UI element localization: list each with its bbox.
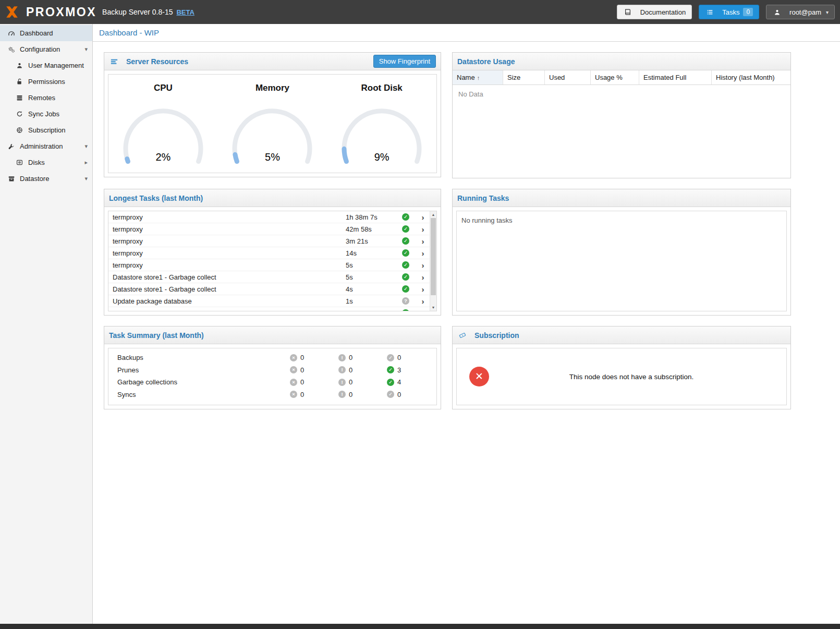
ok-circle-icon: ✓ — [387, 391, 394, 398]
chevron-right-icon[interactable]: › — [416, 297, 430, 306]
summary-ok: ✓4 — [387, 378, 435, 386]
sidebar-item-dashboard[interactable]: Dashboard — [0, 25, 92, 41]
documentation-button[interactable]: Documentation — [617, 5, 692, 19]
column-header-usage[interactable]: Usage % — [591, 70, 639, 84]
product-name: Backup Server 0.8-15 — [102, 8, 173, 16]
task-row[interactable]: Datastore store1 - Garbage collect5s✓› — [108, 271, 430, 283]
sidebar-item-datastore[interactable]: Datastore ▾ — [0, 171, 92, 187]
column-header-used[interactable]: Used — [545, 70, 591, 84]
wrench-icon — [6, 143, 16, 150]
datastore-usage-columns: Name ↑ Size Used Usage % Estimated Full … — [453, 70, 790, 85]
scrollbar-thumb[interactable] — [431, 218, 436, 295]
task-summary-row[interactable]: Backups×0!0✓0 — [108, 352, 436, 364]
task-duration: 1s — [346, 309, 395, 312]
sidebar-item-administration[interactable]: Administration ▾ — [0, 138, 92, 154]
task-row[interactable]: Datastore store1 - Garbage collect4s✓› — [108, 283, 430, 295]
summary-warnings: !0 — [338, 366, 387, 374]
expander-caret-icon[interactable]: ▸ — [84, 159, 88, 166]
expander-caret-icon[interactable]: ▾ — [84, 46, 88, 53]
task-summary-row[interactable]: Syncs×0!0✓0 — [108, 389, 436, 401]
task-row[interactable]: Update package database1s?› — [108, 295, 430, 307]
error-circle-icon: × — [290, 354, 297, 361]
chevron-right-icon[interactable]: › — [416, 273, 430, 282]
warning-circle-icon: ! — [338, 379, 346, 386]
task-row[interactable]: termproxy3m 21s✓› — [108, 235, 430, 247]
expander-caret-icon[interactable]: ▾ — [84, 175, 88, 182]
chevron-right-icon[interactable]: › — [416, 237, 430, 246]
sidebar-item-remotes[interactable]: Remotes — [0, 90, 92, 106]
sidebar-item-subscription[interactable]: Subscription — [0, 122, 92, 138]
task-row[interactable]: termproxy42m 58s✓› — [108, 223, 430, 235]
summary-label: Backups — [108, 354, 290, 361]
task-list-icon — [705, 9, 715, 16]
chevron-right-icon[interactable]: › — [416, 249, 430, 258]
memory-gauge-value: 5% — [225, 151, 319, 163]
summary-label: Prunes — [108, 366, 290, 374]
task-status-icon: ✓ — [395, 273, 416, 281]
scrollbar[interactable]: ▲ ▼ — [430, 211, 436, 311]
sidebar-item-label: Remotes — [28, 94, 55, 102]
column-header-estimated-full[interactable]: Estimated Full — [639, 70, 712, 84]
running-tasks-title: Running Tasks — [457, 194, 509, 202]
longest-tasks-title: Longest Tasks (last Month) — [109, 194, 203, 202]
user-name: root@pam — [789, 8, 821, 16]
column-header-history[interactable]: History (last Month) — [712, 70, 790, 84]
task-name: Datastore store1 - Garbage collect — [108, 273, 346, 281]
summary-errors: ×0 — [290, 391, 338, 398]
beta-link[interactable]: BETA — [176, 8, 194, 16]
datastore-usage-panel: Datastore Usage Name ↑ Size Used Usage %… — [452, 52, 791, 178]
sidebar-item-label: Permissions — [28, 78, 65, 86]
task-status-icon: ✓ — [395, 213, 416, 221]
task-row[interactable]: termproxy1h 38m 7s✓› — [108, 211, 430, 223]
proxmox-logo[interactable]: PROXMOX — [5, 5, 96, 19]
chevron-right-icon[interactable]: › — [416, 225, 430, 234]
summary-warnings: !0 — [338, 391, 387, 398]
user-menu-button[interactable]: root@pam ▾ — [766, 5, 835, 19]
root-disk-gauge-value: 9% — [335, 151, 429, 163]
running-tasks-empty: No running tasks — [457, 211, 786, 229]
chevron-right-icon[interactable]: › — [416, 261, 430, 270]
subscription-message: This node does not have a subscription. — [489, 373, 774, 381]
root-disk-gauge: Root Disk 9% — [331, 83, 433, 165]
sidebar: Dashboard Configuration ▾ User Managemen… — [0, 24, 93, 624]
summary-label: Syncs — [108, 391, 290, 398]
sidebar-item-sync-jobs[interactable]: Sync Jobs — [0, 106, 92, 122]
datastore-usage-header: Datastore Usage — [453, 53, 790, 70]
ok-circle-icon: ✓ — [387, 354, 394, 361]
warning-circle-icon: ! — [338, 354, 346, 361]
scroll-down-icon[interactable]: ▼ — [430, 304, 436, 311]
sidebar-item-label: Disks — [28, 159, 45, 166]
no-subscription-icon: ✕ — [469, 367, 489, 386]
task-name: termproxy — [108, 237, 346, 245]
chevron-right-icon[interactable]: › — [416, 213, 430, 222]
task-name: termproxy — [108, 261, 346, 269]
task-name: termproxy — [108, 225, 346, 233]
task-duration: 42m 58s — [346, 225, 395, 233]
tasks-button[interactable]: Tasks 0 — [699, 5, 759, 19]
column-header-name[interactable]: Name ↑ — [453, 70, 503, 84]
chevron-right-icon[interactable]: › — [416, 285, 430, 294]
expander-caret-icon[interactable]: ▾ — [84, 143, 88, 150]
error-circle-icon: × — [290, 391, 297, 398]
task-row[interactable]: termproxy5s✓› — [108, 259, 430, 271]
task-row[interactable]: termproxy14s✓› — [108, 247, 430, 259]
book-icon — [623, 8, 633, 16]
chevron-right-icon[interactable]: › — [416, 309, 430, 312]
sidebar-item-user-management[interactable]: User Management — [0, 57, 92, 74]
longest-tasks-header: Longest Tasks (last Month) — [104, 189, 441, 207]
root-disk-gauge-label: Root Disk — [331, 83, 433, 93]
task-summary-row[interactable]: Prunes×0!0✓3 — [108, 364, 436, 377]
show-fingerprint-button[interactable]: Show Fingerprint — [373, 55, 436, 68]
task-row[interactable]: Datastore store1 - Garbage collect1s✓› — [108, 307, 430, 311]
sidebar-item-configuration[interactable]: Configuration ▾ — [0, 41, 92, 57]
sidebar-item-permissions[interactable]: Permissions — [0, 74, 92, 90]
summary-ok: ✓0 — [387, 391, 435, 398]
scroll-up-icon[interactable]: ▲ — [430, 211, 436, 218]
column-header-size[interactable]: Size — [503, 70, 545, 84]
sidebar-item-disks[interactable]: Disks ▸ — [0, 154, 92, 171]
user-icon — [15, 62, 25, 69]
task-duration: 14s — [346, 249, 395, 257]
subscription-title: Subscription — [474, 331, 519, 340]
task-summary-row[interactable]: Garbage collections×0!0✓4 — [108, 376, 436, 389]
task-status-icon: ✓ — [395, 237, 416, 245]
